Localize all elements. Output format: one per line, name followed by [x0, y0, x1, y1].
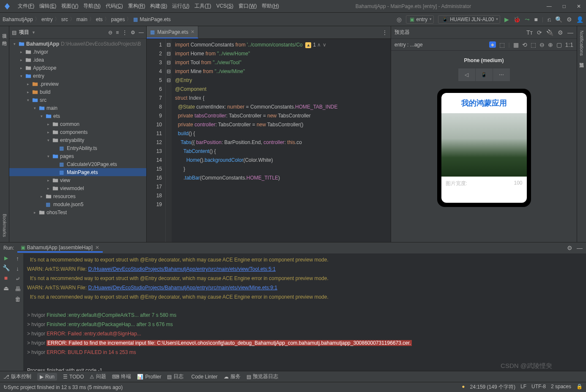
menu-item[interactable]: 文件(F) [15, 2, 37, 10]
menu-item[interactable]: 重构(R) [126, 2, 148, 10]
account-icon[interactable]: 👤 [576, 16, 583, 23]
select-opened-icon[interactable]: ⊖ [108, 30, 112, 35]
run-settings-icon[interactable]: ⚙ [567, 245, 572, 251]
tree-root[interactable]: ▾BahamutjApp D:\Huawei\DevEcoStudioProje… [9, 40, 146, 48]
breadcrumb-item[interactable]: pages [111, 16, 125, 22]
wrap-icon[interactable]: ⤶ [15, 275, 20, 282]
tree-item[interactable]: ▦CalculateV20Page.ets [9, 160, 146, 168]
target-icon[interactable]: ◎ [397, 16, 402, 23]
exit-icon[interactable]: ⏏ [3, 285, 9, 291]
zoomin-icon[interactable]: ⊕ [548, 41, 553, 48]
run-button[interactable]: ▶ [504, 16, 509, 23]
phone-more-button[interactable]: ⋯ [493, 68, 510, 81]
fold-column[interactable]: ⊟ ⊟ ⊟⊟⊟ [166, 39, 172, 242]
settings-icon[interactable]: ⚙ [567, 16, 572, 23]
editor-more-icon[interactable]: ⋮ [382, 30, 387, 35]
down-icon[interactable]: ↓ [16, 265, 19, 272]
tree-item[interactable]: ▦MainPage.ets [9, 168, 146, 176]
minimize-button[interactable]: — [545, 3, 553, 9]
zoomout-icon[interactable]: ⊖ [539, 41, 545, 48]
menu-item[interactable]: VCS(S) [214, 2, 236, 10]
tree-item[interactable]: ▦EntryAbility.ts [9, 144, 146, 152]
menu-item[interactable]: 运行(U) [170, 2, 192, 10]
af1-icon[interactable]: ⬚ [531, 41, 536, 48]
wrench-icon[interactable]: 🔧 [3, 264, 10, 271]
run-tab[interactable]: ▣ BahamutjApp [assembleHap]✕ [17, 244, 103, 253]
tree-item[interactable]: ▸view [9, 176, 146, 184]
coverage-button[interactable]: ⤳ [525, 16, 530, 23]
stop-button[interactable]: ■ [534, 16, 537, 23]
hide-preview-icon[interactable]: — [567, 29, 573, 36]
rotate-icon[interactable]: ⟲ [522, 41, 527, 48]
up-icon[interactable]: ↑ [16, 255, 19, 262]
breadcrumb-item[interactable]: src [61, 16, 68, 22]
panel-settings-icon[interactable]: ⚙ [131, 30, 135, 35]
trash-icon[interactable]: 🗑 [15, 296, 21, 302]
close-button[interactable]: ✕ [575, 3, 583, 9]
menu-item[interactable]: 构建(B) [148, 2, 170, 10]
breadcrumb-item[interactable]: MainPage.ets [140, 16, 170, 22]
tree-item[interactable]: ▾main [9, 104, 146, 112]
warning-icon[interactable]: ▲ [305, 42, 311, 48]
code-area[interactable]: 12345678910111213141516171819 ⊟ ⊟ ⊟⊟⊟ im… [147, 39, 391, 242]
tree-item[interactable]: ▾ets [9, 112, 146, 120]
hide-panel-icon[interactable]: — [139, 30, 144, 35]
expand-all-icon[interactable]: ≡ [116, 30, 119, 35]
menu-item[interactable]: 代码(C) [103, 2, 126, 10]
inspector-icon[interactable]: ◆ [489, 41, 496, 48]
tree-item[interactable]: ▸components [9, 128, 146, 136]
tree-item[interactable]: ▾entryability [9, 136, 146, 144]
plug-icon[interactable]: 🔌 [546, 29, 553, 36]
bottom-tool-日志[interactable]: ▤日志 [167, 373, 183, 380]
bottom-tool-服务[interactable]: ☁服务 [224, 373, 241, 380]
fit-icon[interactable]: ▢ [556, 41, 562, 48]
tree-item[interactable]: ▾pages [9, 152, 146, 160]
bottom-tool-TODO[interactable]: ☰TODO [63, 374, 84, 380]
font-icon[interactable]: Tт [526, 29, 533, 36]
menu-item[interactable]: 工具(T) [192, 2, 214, 10]
scale-icon[interactable]: 1:1 [565, 41, 573, 48]
grid-icon[interactable]: ▦ [513, 41, 519, 48]
bottom-tool-版本控制[interactable]: ⎇版本控制 [3, 373, 31, 380]
layers-icon[interactable]: ⬚ [499, 41, 505, 48]
breadcrumb-item[interactable]: ets [96, 16, 103, 22]
tree-item[interactable]: ▦module.json5 [9, 200, 146, 208]
refresh-icon[interactable]: ⟳ [537, 29, 542, 36]
collapse-all-icon[interactable]: ⋮ [122, 30, 127, 35]
tree-item[interactable]: ▸AppScope [9, 64, 146, 72]
tree-item[interactable]: ▸common [9, 120, 146, 128]
maximize-button[interactable]: □ [561, 3, 567, 9]
menu-item[interactable]: 帮助(H) [259, 2, 282, 10]
breadcrumb[interactable]: BahamutjApp〉entry〉src〉main〉ets〉pages〉▦ M… [3, 16, 171, 23]
breadcrumb-item[interactable]: entry [41, 16, 53, 22]
breadcrumb-item[interactable]: BahamutjApp [3, 16, 33, 22]
git-icon[interactable]: ⎌ [548, 16, 551, 23]
bottom-tool-预览器日志[interactable]: ▤预览器日志 [246, 373, 278, 380]
menu-item[interactable]: 窗口(W) [236, 2, 259, 10]
menu-item[interactable]: 视图(V) [59, 2, 81, 10]
menu-item[interactable]: 导航(N) [81, 2, 103, 10]
bottom-tool-Profiler[interactable]: 📊Profiler [137, 374, 161, 380]
tree-item[interactable]: ▸build [9, 88, 146, 96]
stop-icon[interactable]: ■ [4, 275, 8, 281]
structure-tool-tab[interactable]: 结构 [1, 35, 8, 39]
console-output[interactable]: It's not a recommended way to export str… [24, 253, 586, 371]
bookmarks-tool-tab[interactable]: Bookmarks [2, 212, 7, 239]
preview-settings-icon[interactable]: ⚙ [558, 29, 563, 36]
phone-back-button[interactable]: ◁ [458, 68, 475, 81]
debug-button[interactable]: 🐞 [513, 16, 520, 23]
tab-close-icon[interactable]: ✕ [191, 29, 194, 35]
run-hide-icon[interactable]: — [577, 245, 583, 251]
breadcrumb-item[interactable]: main [77, 16, 88, 22]
readonly-icon[interactable]: 🔒 [576, 384, 583, 391]
tree-item[interactable]: ▾entry [9, 72, 146, 80]
tree-item[interactable]: ▸resources [9, 192, 146, 200]
print-icon[interactable]: 🖶 [15, 286, 21, 292]
preview-tab[interactable]: 预览器 [578, 57, 585, 61]
tree-item[interactable]: ▸ohosTest [9, 208, 146, 216]
tree-item[interactable]: ▸.hvigor [9, 48, 146, 56]
tree-item[interactable]: ▸.idea [9, 56, 146, 64]
rerun-icon[interactable]: ▶ [4, 255, 8, 261]
bottom-tool-问题[interactable]: ⚠问题 [90, 373, 106, 380]
bottom-tool-终端[interactable]: ⌨终端 [112, 373, 131, 380]
